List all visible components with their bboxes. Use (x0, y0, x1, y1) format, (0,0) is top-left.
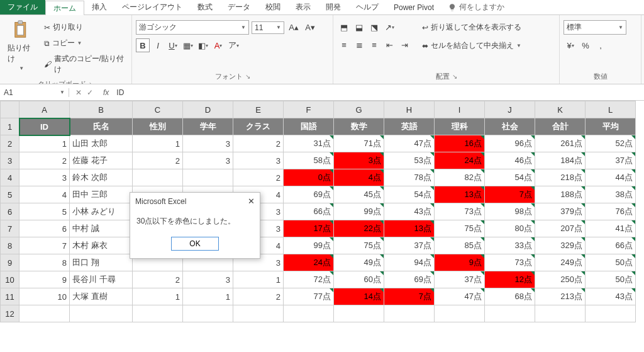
cancel-formula-icon[interactable]: ✕ (75, 88, 82, 97)
cell[interactable]: 2 (133, 271, 183, 288)
font-name-select[interactable]: 游ゴシック▼ (136, 20, 249, 35)
comma-button[interactable]: , (594, 38, 608, 52)
row-header[interactable]: 10 (1, 271, 19, 288)
col-header[interactable]: K (535, 101, 586, 118)
cell[interactable]: 72点 (284, 271, 334, 288)
cell[interactable] (384, 305, 435, 322)
cell[interactable]: 75点 (435, 220, 485, 237)
cell[interactable]: 76点 (586, 203, 636, 220)
cell[interactable]: 37点 (384, 237, 435, 254)
cell[interactable]: 12点 (485, 271, 535, 288)
cell[interactable] (233, 305, 284, 322)
cell[interactable]: 31点 (284, 135, 334, 152)
cell[interactable]: 329点 (535, 237, 586, 254)
col-header[interactable]: B (70, 101, 133, 118)
row-header[interactable]: 6 (1, 203, 19, 220)
cell[interactable]: 261点 (535, 135, 586, 152)
col-header[interactable]: E (233, 101, 284, 118)
cell[interactable]: 4点 (334, 169, 384, 186)
cell[interactable]: 75点 (334, 237, 384, 254)
paste-button[interactable]: 貼り付け ▼ (4, 18, 40, 74)
row-header[interactable]: 2 (1, 135, 19, 152)
align-middle-button[interactable]: ⬓ (352, 20, 366, 34)
tab-file[interactable]: ファイル (0, 0, 45, 14)
row-header[interactable]: 5 (1, 186, 19, 203)
enter-formula-icon[interactable]: ✓ (87, 88, 93, 97)
cell[interactable]: 7点 (384, 288, 435, 305)
tab-home[interactable]: ホーム (45, 1, 84, 15)
col-header[interactable]: H (384, 101, 435, 118)
cell[interactable]: 50点 (586, 254, 636, 271)
font-size-select[interactable]: 11▼ (252, 21, 284, 34)
header-cell[interactable]: 英語 (384, 118, 435, 135)
cell[interactable]: 44点 (586, 169, 636, 186)
cell[interactable]: 46点 (485, 152, 535, 169)
cell[interactable]: 9点 (435, 254, 485, 271)
align-center-button[interactable]: ≣ (352, 38, 366, 52)
cell[interactable]: 2 (233, 135, 284, 152)
cell[interactable]: 鈴木 次郎 (70, 169, 133, 186)
tab-page-layout[interactable]: ページレイアウト (114, 0, 190, 14)
row-header[interactable]: 9 (1, 254, 19, 271)
cell[interactable]: 58点 (284, 152, 334, 169)
cell[interactable]: 13点 (384, 220, 435, 237)
header-cell[interactable]: 学年 (183, 118, 233, 135)
cell[interactable]: 1 (133, 135, 183, 152)
align-right-button[interactable]: ≡ (367, 38, 381, 52)
cell[interactable]: 8 (19, 254, 70, 271)
cell[interactable]: 68点 (485, 288, 535, 305)
row-header[interactable]: 4 (1, 169, 19, 186)
cell[interactable]: 43点 (586, 288, 636, 305)
cell[interactable]: 184点 (535, 152, 586, 169)
cell[interactable] (284, 305, 334, 322)
row-header[interactable]: 11 (1, 288, 19, 305)
cell[interactable]: 17点 (284, 220, 334, 237)
dialog-launcher-icon[interactable]: ↘ (452, 73, 457, 80)
cell[interactable]: 77点 (284, 288, 334, 305)
cell[interactable] (334, 305, 384, 322)
cell[interactable]: 13点 (435, 186, 485, 203)
cell[interactable]: 71点 (334, 135, 384, 152)
cell[interactable]: 249点 (535, 254, 586, 271)
orientation-button[interactable]: ↗▾ (382, 20, 396, 34)
cell[interactable]: 3 (183, 271, 233, 288)
close-icon[interactable]: ✕ (248, 196, 255, 206)
cell[interactable]: 田口 翔 (70, 254, 133, 271)
cell[interactable]: 14点 (334, 288, 384, 305)
spreadsheet-grid[interactable]: ABCDEFGHIJKL1ID氏名性別学年クラス国語数学英語理科社会合計平均21… (0, 101, 644, 322)
cell[interactable]: 54点 (384, 186, 435, 203)
col-header[interactable]: C (133, 101, 183, 118)
percent-button[interactable]: % (579, 38, 592, 52)
cell[interactable]: 218点 (535, 169, 586, 186)
tab-review[interactable]: 校閲 (258, 0, 288, 14)
cell[interactable]: 66点 (586, 237, 636, 254)
header-cell[interactable]: 性別 (133, 118, 183, 135)
row-header[interactable]: 12 (1, 305, 19, 322)
row-header[interactable]: 1 (1, 118, 19, 135)
cell[interactable]: 38点 (586, 186, 636, 203)
cell[interactable]: 5 (19, 203, 70, 220)
cell[interactable]: 78点 (384, 169, 435, 186)
cell[interactable]: 66点 (284, 203, 334, 220)
underline-button[interactable]: U▾ (166, 38, 180, 52)
cell[interactable] (535, 305, 586, 322)
fill-color-button[interactable]: ◧▾ (196, 38, 210, 52)
cell[interactable]: 73点 (485, 254, 535, 271)
tell-me[interactable]: 何をしますか (441, 0, 511, 14)
cell[interactable] (133, 305, 183, 322)
align-bottom-button[interactable]: ⬔ (367, 20, 381, 34)
cell[interactable]: 田中 三郎 (70, 186, 133, 203)
header-cell[interactable]: クラス (233, 118, 284, 135)
italic-button[interactable]: I (151, 38, 165, 52)
cell[interactable]: 24点 (435, 152, 485, 169)
col-header[interactable]: J (485, 101, 535, 118)
cell[interactable]: 69点 (284, 186, 334, 203)
cell[interactable]: 7点 (485, 186, 535, 203)
decrease-indent-button[interactable]: ⇤ (382, 38, 396, 52)
cell[interactable]: 45点 (334, 186, 384, 203)
cell[interactable]: 47点 (384, 135, 435, 152)
cell[interactable]: 1 (133, 288, 183, 305)
cell[interactable]: 54点 (485, 169, 535, 186)
format-painter-button[interactable]: 🖌書式のコピー/貼り付け (41, 52, 128, 77)
cell[interactable]: 250点 (535, 271, 586, 288)
